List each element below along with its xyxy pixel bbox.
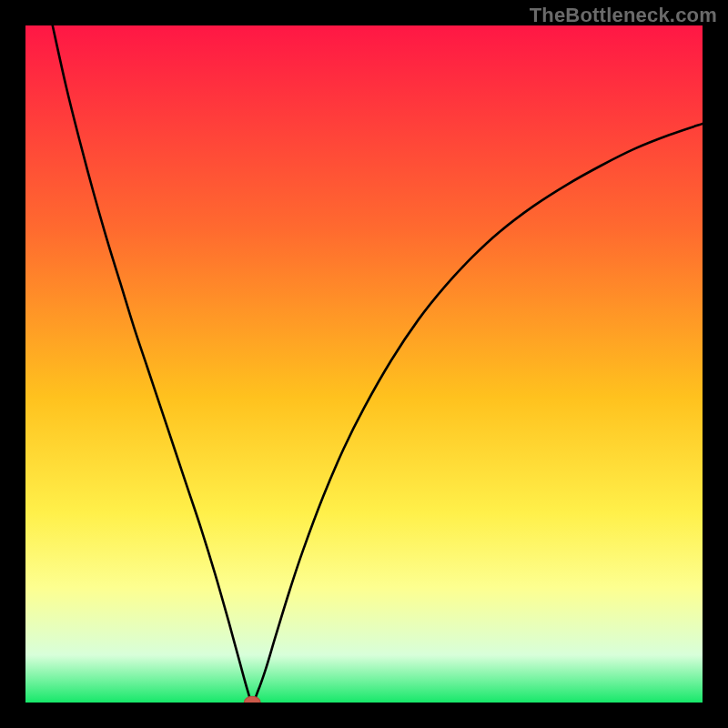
plot-area — [25, 25, 703, 703]
watermark-text: TheBottleneck.com — [530, 4, 717, 27]
bottleneck-chart — [25, 25, 703, 703]
chart-frame: TheBottleneck.com — [0, 0, 728, 728]
gradient-background — [25, 25, 703, 703]
